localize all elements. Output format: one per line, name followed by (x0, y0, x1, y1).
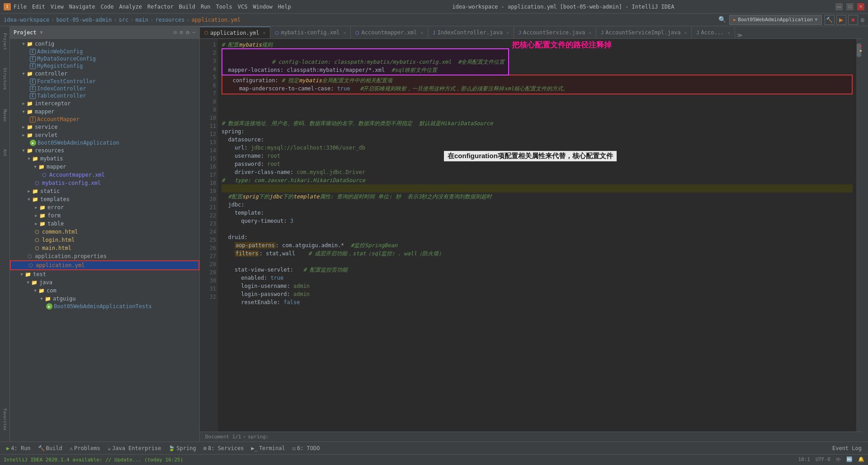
tree-item-common-html[interactable]: ⬡ common.html (10, 228, 199, 236)
build-button[interactable]: 🔨 (825, 15, 835, 25)
todo-btn[interactable]: ☑ 6: TODO (290, 444, 323, 452)
tree-item-mydatasourceconfig[interactable]: C MyDataSourceConfig (10, 55, 199, 62)
run-buttons[interactable]: 🔨 ▶ ■ (825, 15, 858, 25)
tree-item-boot-app[interactable]: ▶ Boot05WebAdminApplication (10, 139, 199, 146)
menu-help[interactable]: Help (278, 4, 291, 10)
settings-icon[interactable]: ⚙ (861, 16, 864, 23)
tab-accountmapper-xml[interactable]: ⬡ Accountmapper.xml ✕ (351, 27, 428, 38)
spring-btn[interactable]: 🍃 Spring (165, 444, 198, 452)
window-controls[interactable]: — □ ✕ (835, 3, 864, 10)
tree-item-static[interactable]: ▶ 📁 static (10, 187, 199, 195)
breadcrumb-workspace[interactable]: idea-workspace (4, 17, 49, 23)
menu-file[interactable]: File (14, 4, 27, 10)
menu-navigate[interactable]: Navigate (69, 4, 95, 10)
problems-panel-btn[interactable]: ⚠ Problems (67, 444, 103, 452)
chevron-down-icon[interactable]: ▼ (815, 17, 818, 23)
tree-item-mybatis-config[interactable]: ⬡ mybatis-config.xml (10, 179, 199, 187)
tree-item-accountmapper[interactable]: I AccountMapper (10, 116, 199, 123)
menu-tools[interactable]: Tools (216, 4, 232, 10)
tree-item-main-html[interactable]: ⬡ main.html (10, 244, 199, 252)
tree-item-servlet[interactable]: ▶ 📁 servlet (10, 131, 199, 139)
stop-button[interactable]: ■ (848, 15, 858, 25)
breadcrumb-src[interactable]: src (118, 17, 128, 23)
close-tab-icon[interactable]: ✕ (684, 30, 687, 35)
tree-item-boot-tests[interactable]: ▶ Boot05WebAdminApplicationTests (10, 303, 199, 310)
terminal-btn[interactable]: ▶_ Terminal (248, 444, 288, 452)
tree-item-login-html[interactable]: ⬡ login.html (10, 236, 199, 244)
tree-item-mapper-folder[interactable]: ▼ 📁 mapper (10, 163, 199, 171)
maven-panel-toggle[interactable]: Maven (1, 102, 9, 129)
build-panel-btn[interactable]: 🔨 Build (35, 444, 65, 452)
tree-item-adminwebconfig[interactable]: C AdminWebConfig (10, 48, 199, 55)
project-panel-toggle[interactable]: Project (1, 28, 9, 55)
tree-item-config[interactable]: ▼ 📁 config (10, 40, 199, 48)
structure-panel-toggle[interactable]: Structure (1, 65, 9, 92)
close-tab-icon[interactable]: ✕ (727, 30, 730, 35)
close-tab-icon[interactable]: ✕ (506, 30, 509, 35)
tree-item-mapper[interactable]: ▼ 📁 mapper (10, 108, 199, 116)
tree-item-error[interactable]: ▶ 📁 error (10, 203, 199, 211)
run-config-selector[interactable]: ▶ Boot05WebAdminApplication ▼ (729, 15, 821, 25)
breadcrumb-resources[interactable]: resources (156, 17, 185, 23)
tree-item-indexcontroller[interactable]: C IndexController (10, 85, 199, 92)
menu-window[interactable]: Window (253, 4, 272, 10)
settings-icon[interactable]: ⚙ (186, 29, 189, 36)
tab-mybatis-config[interactable]: ⬡ mybatis-config.xml ✕ (270, 27, 351, 38)
menu-edit[interactable]: Edit (32, 4, 45, 10)
breadcrumb-file[interactable]: application.yml (192, 17, 241, 23)
encoding-indicator[interactable]: UTF-8 (816, 456, 830, 463)
more-tabs-icon[interactable]: ≫ (737, 32, 743, 38)
minimize-button[interactable]: — (835, 3, 843, 10)
favorites-panel-toggle[interactable]: Favorites (1, 408, 9, 431)
tree-item-interceptor[interactable]: ▶ 📁 interceptor (10, 99, 199, 108)
tree-item-atguigu[interactable]: ▼ 📁 atguigu (10, 295, 199, 303)
java-enterprise-btn[interactable]: ☕ Java Enterprise (105, 444, 164, 452)
vertical-scrollbar[interactable] (856, 39, 862, 432)
menu-refactor[interactable]: Refactor (147, 4, 174, 10)
tree-item-resources[interactable]: ▼ 📁 resources (10, 146, 199, 155)
tab-accountservice[interactable]: J AccountService.java ✕ (514, 27, 596, 38)
menu-vcs[interactable]: VCS (238, 4, 248, 10)
tab-accountserviceimpl[interactable]: J AccountServiceImpl.java ✕ (596, 27, 692, 38)
close-tab-icon[interactable]: ✕ (589, 30, 591, 35)
close-tab-icon[interactable]: ✕ (420, 30, 423, 35)
run-panel-btn[interactable]: ▶ 4: Run (4, 444, 33, 452)
breadcrumb-module[interactable]: boot-05-web-admin (56, 17, 112, 23)
panel-toolbar[interactable]: ⊙ ≡ ⚙ − (174, 29, 196, 36)
event-log-btn[interactable]: Event Log (830, 444, 864, 452)
close-tab-icon[interactable]: ✕ (263, 30, 265, 35)
menu-bar[interactable]: File Edit View Navigate Code Analyze Ref… (14, 4, 291, 10)
tree-item-formtestcontroller[interactable]: C FormTestController (10, 78, 199, 85)
close-button[interactable]: ✕ (857, 3, 864, 10)
tree-item-tablecontroller[interactable]: C TableController (10, 92, 199, 99)
tree-item-java[interactable]: ▼ 📁 java (10, 278, 199, 287)
run-button[interactable]: ▶ (836, 15, 846, 25)
locate-file-icon[interactable]: ⊙ (174, 29, 177, 36)
menu-analyze[interactable]: Analyze (119, 4, 142, 10)
tree-item-accountmapper-xml[interactable]: ⬡ Accountmapper.xml (10, 171, 199, 179)
services-btn[interactable]: ⚙ 8: Services (201, 444, 247, 452)
tab-indexcontroller[interactable]: J IndexController.java ✕ (428, 27, 514, 38)
menu-run[interactable]: Run (201, 4, 211, 10)
tab-application-yml[interactable]: ⬡ application.yml ✕ (200, 27, 270, 38)
minimize-panel-icon[interactable]: − (192, 29, 196, 36)
menu-code[interactable]: Code (101, 4, 114, 10)
collapse-all-icon[interactable]: ≡ (180, 29, 184, 36)
tree-item-table[interactable]: ▶ 📁 table (10, 220, 199, 228)
tree-item-mybatis[interactable]: ▼ 📁 mybatis (10, 155, 199, 163)
breadcrumb-main[interactable]: main (135, 17, 148, 23)
tab-acco[interactable]: J Acco... ✕ (692, 27, 735, 38)
tree-item-service[interactable]: ▶ 📁 service (10, 123, 199, 131)
tree-item-templates[interactable]: ▼ 📁 templates (10, 195, 199, 203)
tree-item-form[interactable]: ▶ 📁 form (10, 211, 199, 220)
tree-item-application-properties[interactable]: ⬡ application.properties (10, 252, 199, 260)
close-tab-icon[interactable]: ✕ (343, 30, 346, 35)
tree-item-com[interactable]: ▼ 📁 com (10, 287, 199, 295)
search-everywhere-icon[interactable]: 🔍 (718, 16, 726, 24)
menu-build[interactable]: Build (179, 4, 195, 10)
tree-item-myregistconfig[interactable]: C MyRegistConfig (10, 62, 199, 70)
tree-item-controller[interactable]: ▼ 📁 controller (10, 70, 199, 78)
tree-item-application-yml[interactable]: ⬡ application.yml (10, 260, 199, 270)
maximize-button[interactable]: □ (846, 3, 854, 10)
ant-panel-toggle[interactable]: Ant (1, 139, 9, 166)
